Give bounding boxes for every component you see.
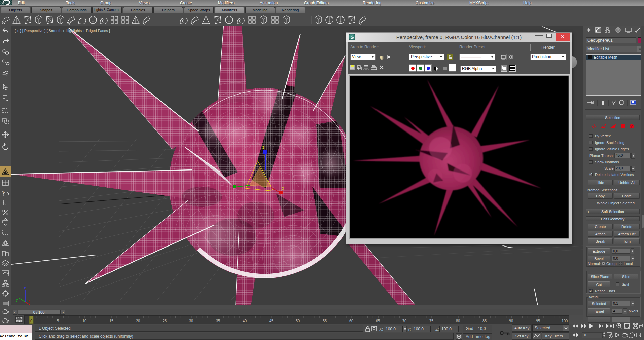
- svg-text:85: 85: [482, 319, 487, 323]
- svg-text:100: 100: [562, 319, 568, 323]
- svg-text:25: 25: [163, 319, 167, 323]
- svg-text:65: 65: [376, 319, 380, 323]
- svg-text:35: 35: [216, 319, 220, 323]
- svg-text:5: 5: [57, 319, 59, 323]
- svg-text:0: 0: [30, 319, 32, 323]
- svg-text:10: 10: [82, 319, 86, 323]
- svg-text:15: 15: [109, 319, 113, 323]
- svg-text:55: 55: [323, 319, 327, 323]
- svg-text:75: 75: [429, 319, 433, 323]
- svg-text:x: x: [282, 186, 284, 191]
- svg-text:40: 40: [243, 319, 247, 323]
- svg-text:70: 70: [402, 319, 406, 323]
- svg-text:z: z: [262, 145, 264, 150]
- svg-text:x: x: [28, 299, 30, 303]
- svg-text:0: 0: [584, 333, 586, 337]
- svg-text:30: 30: [189, 319, 193, 323]
- svg-text:90: 90: [509, 319, 513, 323]
- svg-text:95: 95: [536, 319, 540, 323]
- svg-text:20: 20: [136, 319, 140, 323]
- svg-text:y: y: [16, 298, 18, 302]
- svg-text:60: 60: [349, 319, 353, 323]
- svg-text:80: 80: [456, 319, 460, 323]
- svg-text:z: z: [24, 286, 26, 290]
- svg-text:45: 45: [269, 319, 273, 323]
- svg-text:50: 50: [296, 319, 300, 323]
